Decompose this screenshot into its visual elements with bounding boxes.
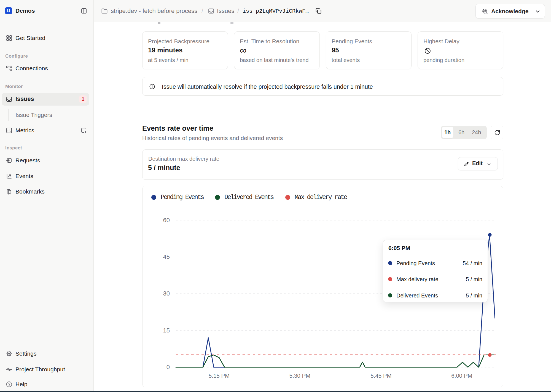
svg-text:0: 0	[166, 364, 170, 370]
svg-text:5:45 PM: 5:45 PM	[370, 372, 391, 379]
svg-text:5:30 PM: 5:30 PM	[289, 372, 310, 379]
svg-text:45: 45	[163, 253, 170, 260]
svg-text:30: 30	[163, 290, 170, 297]
svg-text:6:00 PM: 6:00 PM	[451, 372, 472, 379]
svg-text:60: 60	[163, 217, 170, 224]
svg-text:5:15 PM: 5:15 PM	[209, 372, 230, 379]
svg-text:15: 15	[163, 327, 170, 334]
